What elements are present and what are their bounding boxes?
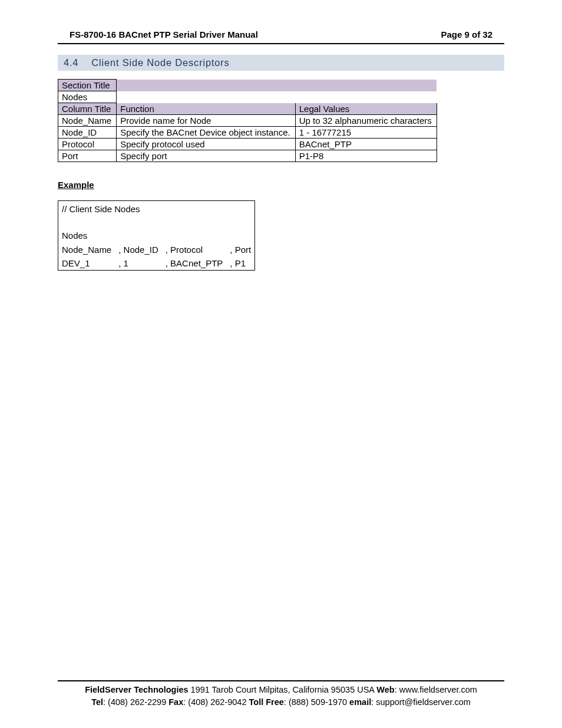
footer-line-2: Tel: (408) 262-2299 Fax: (408) 262-9042 … [58,696,504,708]
table-row: Node_Name Provide name for Node Up to 32… [58,115,437,127]
section-title: Client Side Node Descriptors [91,57,229,68]
section-title-value: Nodes [58,91,117,103]
code-section: Nodes [58,229,255,242]
example-label: Example [58,180,504,190]
doc-title: FS-8700-16 BACnet PTP Serial Driver Manu… [70,29,258,39]
section-title-header: Section Title [58,80,117,91]
page-header: FS-8700-16 BACnet PTP Serial Driver Manu… [58,29,504,44]
col-header-2: Legal Values [295,103,437,115]
page-footer: FieldServer Technologies 1991 Tarob Cour… [58,680,504,708]
footer-line-1: FieldServer Technologies 1991 Tarob Cour… [58,684,504,696]
col-header-1: Function [117,103,296,115]
col-header-0: Column Title [58,103,117,115]
section-number: 4.4 [64,57,78,68]
code-comment: // Client Side Nodes [58,201,255,216]
page-number: Page 9 of 32 [441,29,492,39]
descriptor-table: Section Title Nodes Column Title Functio… [58,79,437,162]
code-example: // Client Side Nodes Nodes Node_Name , N… [58,200,255,271]
code-data-row: DEV_1 , 1 , BACnet_PTP , P1 [58,256,255,271]
table-row: Port Specify port P1-P8 [58,150,437,162]
code-header-row: Node_Name , Node_ID , Protocol , Port [58,243,255,256]
section-heading: 4.4Client Side Node Descriptors [58,55,504,71]
table-row: Node_ID Specify the BACnet Device object… [58,127,437,139]
table-row: Protocol Specify protocol used BACnet_PT… [58,139,437,150]
